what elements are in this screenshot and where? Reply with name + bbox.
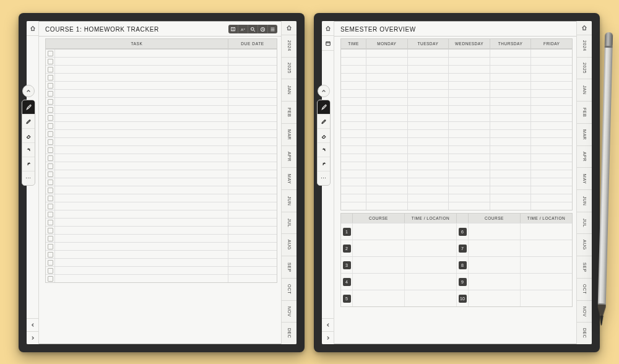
due-date-cell[interactable] (228, 186, 277, 194)
schedule-row[interactable] (341, 137, 572, 145)
schedule-row[interactable] (341, 129, 572, 137)
task-row[interactable] (46, 49, 277, 57)
task-row[interactable] (46, 129, 277, 137)
task-cell[interactable] (54, 202, 228, 210)
time-location-cell[interactable] (404, 274, 456, 290)
side-tab-sep[interactable]: SEP (577, 256, 592, 279)
time-location-cell[interactable] (520, 223, 572, 240)
task-checkbox[interactable] (46, 162, 54, 170)
task-checkbox[interactable] (46, 58, 54, 65)
schedule-row[interactable] (341, 81, 572, 89)
task-checkbox[interactable] (46, 74, 54, 81)
schedule-cell[interactable] (530, 114, 572, 121)
task-row[interactable] (46, 65, 277, 73)
task-checkbox[interactable] (46, 194, 54, 202)
redo-button[interactable] (318, 157, 330, 171)
side-tab-dec[interactable]: DEC (577, 323, 592, 344)
task-cell[interactable] (54, 267, 228, 274)
side-tab-nov[interactable]: NOV (282, 301, 297, 323)
course-cell[interactable] (468, 223, 520, 240)
schedule-cell[interactable] (530, 130, 572, 137)
task-cell[interactable] (54, 138, 228, 145)
schedule-cell[interactable] (530, 50, 572, 57)
schedule-cell[interactable] (407, 98, 449, 105)
schedule-cell[interactable] (407, 74, 449, 81)
due-date-cell[interactable] (228, 114, 277, 121)
due-date-cell[interactable] (228, 251, 277, 258)
schedule-cell[interactable] (530, 122, 572, 129)
side-tab-2024[interactable]: 2024 (282, 35, 297, 58)
schedule-cell[interactable] (490, 186, 531, 194)
schedule-cell[interactable] (448, 186, 490, 194)
schedule-row[interactable] (341, 178, 572, 186)
due-date-cell[interactable] (228, 210, 277, 218)
due-date-cell[interactable] (228, 194, 277, 202)
schedule-row[interactable] (341, 154, 572, 162)
schedule-cell[interactable] (366, 114, 407, 121)
due-date-cell[interactable] (228, 235, 277, 242)
schedule-cell[interactable] (490, 122, 531, 129)
schedule-cell[interactable] (490, 82, 531, 89)
schedule-cell[interactable] (490, 50, 531, 57)
schedule-cell[interactable] (490, 106, 531, 113)
side-tab-2024[interactable]: 2024 (577, 35, 592, 58)
schedule-cell[interactable] (448, 58, 490, 65)
schedule-row[interactable] (341, 170, 572, 178)
schedule-cell[interactable] (490, 114, 531, 121)
schedule-cell[interactable] (366, 186, 407, 194)
schedule-row[interactable] (341, 145, 572, 154)
side-tab-2025[interactable]: 2025 (282, 58, 297, 80)
schedule-cell[interactable] (490, 194, 531, 202)
redo-button[interactable] (22, 157, 35, 171)
task-checkbox[interactable] (46, 235, 54, 242)
schedule-cell[interactable] (490, 58, 531, 65)
schedule-cell[interactable] (366, 106, 407, 113)
schedule-row[interactable] (341, 194, 572, 202)
task-cell[interactable] (54, 194, 228, 202)
due-date-cell[interactable] (228, 82, 277, 89)
course-cell[interactable] (468, 290, 520, 306)
schedule-cell[interactable] (448, 114, 490, 121)
schedule-cell[interactable] (366, 138, 407, 145)
side-tab-jun[interactable]: JUN (577, 190, 592, 212)
task-cell[interactable] (54, 186, 228, 194)
schedule-cell[interactable] (448, 130, 490, 137)
schedule-cell[interactable] (407, 162, 449, 170)
schedule-cell[interactable] (407, 170, 449, 178)
due-date-cell[interactable] (228, 130, 277, 137)
search-icon[interactable] (248, 25, 258, 33)
task-checkbox[interactable] (46, 106, 54, 113)
schedule-cell[interactable] (407, 50, 449, 57)
course-cell[interactable] (352, 274, 404, 290)
time-location-cell[interactable] (520, 274, 572, 290)
home-icon[interactable] (577, 21, 592, 35)
task-checkbox[interactable] (46, 98, 54, 105)
schedule-cell[interactable] (490, 154, 531, 162)
time-cell[interactable] (341, 98, 366, 105)
task-cell[interactable] (54, 146, 228, 154)
course-row[interactable]: 16 (341, 223, 572, 240)
schedule-cell[interactable] (448, 162, 490, 170)
task-checkbox[interactable] (46, 186, 54, 194)
eraser-tool[interactable] (318, 128, 330, 142)
schedule-cell[interactable] (407, 122, 449, 129)
highlighter-tool[interactable] (318, 114, 330, 128)
schedule-row[interactable] (341, 73, 572, 81)
side-tab-nov[interactable]: NOV (577, 301, 592, 323)
course-cell[interactable] (352, 257, 404, 273)
schedule-row[interactable] (341, 186, 572, 194)
task-cell[interactable] (54, 154, 228, 162)
task-cell[interactable] (54, 170, 228, 178)
task-cell[interactable] (54, 275, 228, 282)
more-button[interactable]: ⋯ (318, 171, 330, 185)
side-tab-oct[interactable]: OCT (577, 279, 592, 301)
schedule-cell[interactable] (530, 82, 572, 89)
home-small-icon[interactable] (27, 21, 38, 36)
highlighter-tool[interactable] (22, 114, 35, 128)
calendar-icon[interactable] (322, 36, 334, 51)
task-row[interactable] (46, 274, 277, 282)
schedule-cell[interactable] (530, 66, 572, 73)
due-date-cell[interactable] (228, 178, 277, 186)
schedule-cell[interactable] (530, 146, 572, 154)
task-cell[interactable] (54, 66, 228, 73)
